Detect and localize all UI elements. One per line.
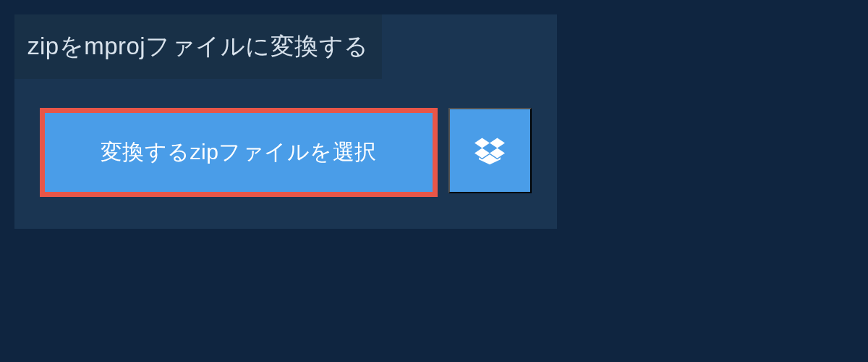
- page-title: zipをmprojファイルに変換する: [27, 30, 369, 63]
- select-file-label: 変換するzipファイルを選択: [101, 138, 377, 167]
- dropbox-icon: [475, 135, 505, 166]
- converter-panel: zipをmprojファイルに変換する 変換するzipファイルを選択: [14, 14, 557, 229]
- dropbox-button[interactable]: [448, 108, 532, 193]
- title-section: zipをmprojファイルに変換する: [14, 14, 382, 79]
- button-row: 変換するzipファイルを選択: [14, 79, 557, 226]
- select-file-button[interactable]: 変換するzipファイルを選択: [40, 108, 438, 197]
